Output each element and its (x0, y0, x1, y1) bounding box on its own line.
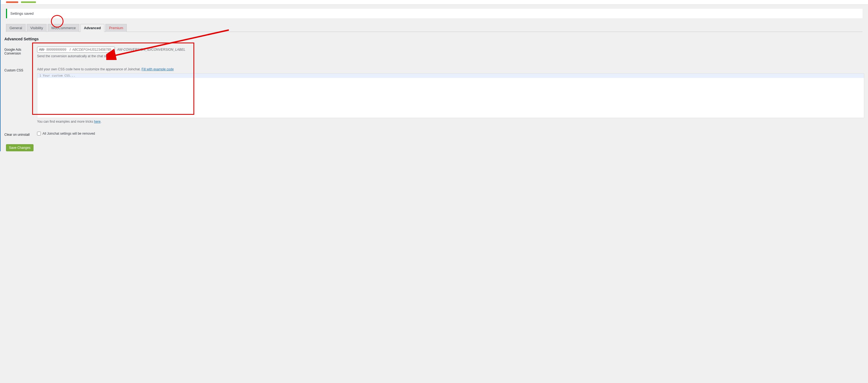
label-google-ads: Google Ads Conversion (4, 47, 37, 58)
label-clear-uninstall: Clear on uninstall (4, 132, 37, 137)
settings-tabs: General Visibility WooCommerce Advanced … (6, 24, 863, 32)
tab-general[interactable]: General (6, 24, 26, 32)
conversion-id-input[interactable] (46, 48, 68, 52)
tab-advanced[interactable]: Advanced (81, 24, 104, 32)
examples-prefix: You can find examples and more tricks (37, 120, 94, 123)
row-google-ads: Google Ads Conversion AW- / AW-CONVERSIO… (1, 45, 868, 60)
examples-suffix: . (100, 120, 101, 123)
css-placeholder: Your custom CSS... (42, 73, 75, 78)
page-title: Advanced Settings (4, 37, 863, 41)
notice-text: Settings saved (10, 11, 33, 16)
notice-settings-saved: Settings saved (6, 9, 863, 18)
label-custom-css: Custom CSS (4, 67, 37, 123)
google-ads-input-group[interactable]: AW- / (37, 47, 115, 53)
tab-woocommerce[interactable]: WooCommerce (48, 24, 79, 32)
conversion-label-input[interactable] (72, 48, 113, 52)
top-banner (1, 0, 868, 5)
css-intro-text: Add your own CSS code here to customize … (37, 67, 142, 71)
save-changes-button[interactable]: Save Changes (6, 144, 33, 151)
banner-green-button[interactable] (21, 1, 36, 3)
tab-visibility[interactable]: Visibility (27, 24, 46, 32)
clear-uninstall-text: All Joinchat settings will be removed (42, 132, 95, 136)
row-custom-css: Custom CSS Add your own CSS code here to… (1, 65, 868, 126)
google-ads-sub: Send the conversion automatically at the… (37, 54, 864, 58)
custom-css-editor[interactable]: 1 Your custom CSS... (37, 73, 864, 118)
examples-text: You can find examples and more tricks he… (37, 120, 864, 123)
aw-prefix: AW- (39, 48, 45, 52)
clear-uninstall-checkbox[interactable] (37, 132, 41, 136)
custom-css-intro: Add your own CSS code here to customize … (37, 67, 864, 71)
line-number: 1 (37, 73, 42, 78)
row-clear-uninstall: Clear on uninstall All Joinchat settings… (1, 129, 868, 139)
banner-orange-button[interactable] (6, 1, 18, 3)
examples-link[interactable]: here (94, 120, 100, 123)
aw-slash: / (70, 48, 70, 52)
tab-premium[interactable]: Premium (105, 24, 127, 32)
aw-hint: AW-CONVERSION_ID/CONVERSION_LABEL (117, 48, 185, 52)
fill-example-link[interactable]: Fill with example code (142, 67, 174, 71)
